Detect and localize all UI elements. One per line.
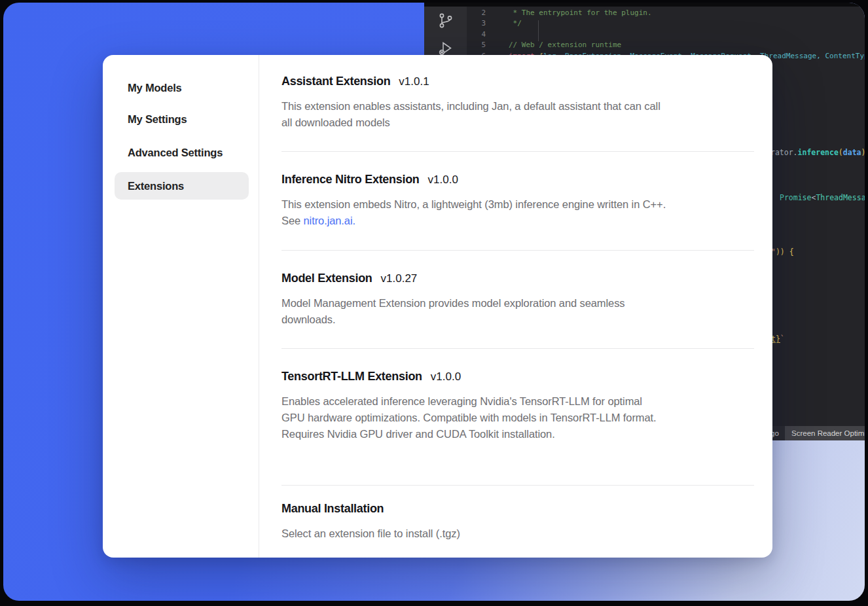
extension-description: This extension embeds Nitro, a lightweig… [281, 196, 666, 229]
sidebar-item-my-models[interactable]: My Models [115, 74, 249, 101]
extension-title-row: Assistant Extension v1.0.1 [281, 75, 429, 88]
line-number: 2 [467, 8, 496, 18]
manual-installation-title-row: Manual Installation [281, 502, 384, 516]
code-text: */ [509, 18, 522, 29]
sidebar-item-my-settings[interactable]: My Settings [115, 105, 249, 133]
row-divider [281, 485, 754, 486]
extension-version: v1.0.0 [431, 370, 461, 383]
extension-description: This extension enables assistants, inclu… [281, 98, 666, 131]
code-line: 5 // Web / extension runtime [467, 40, 865, 50]
extensions-list: Assistant Extension v1.0.1 This extensio… [259, 55, 772, 558]
extension-name: Inference Nitro Extension [281, 173, 420, 187]
line-number: 3 [467, 18, 496, 29]
code-fragment: rator.inference(data)); [770, 148, 865, 157]
row-divider [281, 151, 754, 152]
manual-installation-description: Select an extension file to install (.tg… [281, 526, 666, 542]
extension-description: Model Management Extension provides mode… [281, 295, 666, 328]
code-line: 2 * The entrypoint for the plugin. [467, 8, 865, 18]
source-control-icon[interactable] [437, 12, 454, 29]
settings-sidebar: My Models My Settings Advanced Settings … [103, 55, 259, 558]
extension-title-row: TensortRT-LLM Extension v1.0.0 [281, 370, 461, 383]
row-divider [281, 250, 754, 251]
extension-name: Assistant Extension [281, 75, 390, 88]
sidebar-item-advanced-settings[interactable]: Advanced Settings [115, 139, 249, 166]
settings-modal: My Models My Settings Advanced Settings … [103, 55, 772, 558]
code-fragment: t}` [771, 334, 785, 344]
line-number: 5 [467, 40, 496, 50]
code-line: 4 [467, 29, 865, 40]
desktop-wallpaper: 2 * The entrypoint for the plugin. 3 */ … [3, 3, 865, 601]
screen-reader-status-item[interactable]: Screen Reader Optimized [785, 426, 865, 440]
sidebar-item-extensions[interactable]: Extensions [115, 172, 249, 200]
extension-title-row: Model Extension v1.0.27 [281, 272, 417, 285]
screenshot-frame: 2 * The entrypoint for the plugin. 3 */ … [0, 0, 868, 606]
code-text: * The entrypoint for the plugin. [509, 8, 652, 18]
run-debug-icon[interactable] [437, 39, 454, 57]
extension-title-row: Inference Nitro Extension v1.0.0 [281, 173, 458, 187]
code-text: // Web / extension runtime [509, 40, 621, 50]
row-divider [281, 348, 754, 349]
line-number: 4 [467, 29, 496, 40]
code-fragment: Promise<ThreadMessage> [780, 193, 865, 202]
nitro-jan-ai-link[interactable]: nitro.jan.ai. [304, 215, 355, 226]
indent-guide [538, 20, 539, 41]
extension-description: Enables accelerated inference leveraging… [281, 393, 666, 443]
extension-name: Model Extension [281, 272, 372, 285]
extension-version: v1.0.0 [428, 173, 458, 187]
extension-version: v1.0.1 [399, 75, 429, 88]
code-line: 3 */ [467, 18, 865, 29]
extension-version: v1.0.27 [381, 272, 418, 285]
code-fragment: ")) { [771, 247, 794, 257]
extension-name: TensortRT-LLM Extension [281, 370, 422, 383]
manual-installation-title: Manual Installation [281, 502, 384, 516]
